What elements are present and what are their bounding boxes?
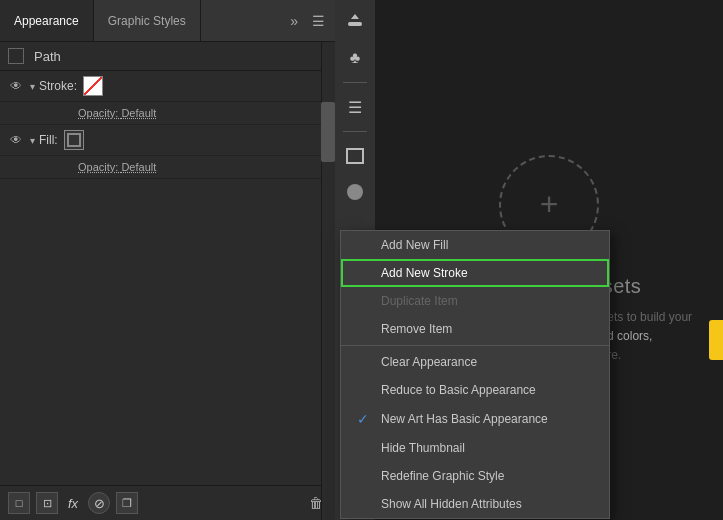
toolbar-divider-2 [343,131,367,132]
fill-opacity-row: Opacity: Default [0,156,335,179]
copy-item-button[interactable]: ❐ [116,492,138,514]
tab-bar: Appearance Graphic Styles » ☰ [0,0,335,42]
stroke-visibility-icon[interactable]: 👁 [8,79,24,93]
cm-checkmark-icon: ✓ [357,411,373,427]
cm-hide-thumbnail[interactable]: Hide Thumbnail [341,434,609,462]
menu-lines-icon[interactable]: ☰ [341,93,369,121]
left-panel: Appearance Graphic Styles » ☰ Path 👁 ▾ S… [0,0,335,520]
cm-duplicate-item[interactable]: Duplicate Item [341,287,609,315]
fill-color-swatch[interactable] [64,130,84,150]
context-menu: Add New Fill Add New Stroke Duplicate It… [340,230,610,519]
stroke-chevron-icon[interactable]: ▾ [30,81,35,92]
scroll-handle[interactable] [321,102,335,162]
cm-add-new-stroke[interactable]: Add New Stroke [341,259,609,287]
fill-item: 👁 ▾ Fill: [0,125,335,156]
cm-add-new-fill[interactable]: Add New Fill [341,231,609,259]
cm-new-art-basic[interactable]: ✓ New Art Has Basic Appearance [341,404,609,434]
tab-appearance[interactable]: Appearance [0,0,94,41]
panel-menu-expand-icon[interactable]: » [286,11,302,31]
fill-square-icon: □ [16,497,23,509]
scrollbar[interactable] [321,42,335,520]
clear-button[interactable]: ⊘ [88,492,110,514]
circle-tool-icon[interactable] [341,178,369,206]
yellow-handle[interactable] [709,320,723,360]
panel-menu-icon[interactable]: ☰ [308,11,329,31]
toolbar-divider-1 [343,82,367,83]
cm-remove-item[interactable]: Remove Item [341,315,609,343]
fill-opacity-label: Opacity: Default [78,161,156,173]
cm-show-hidden[interactable]: Show All Hidden Attributes [341,490,609,518]
stroke-item: 👁 ▾ Stroke: [0,71,335,102]
add-stroke-button[interactable]: ⊡ [36,492,58,514]
stroke-opacity-row: Opacity: Default [0,102,335,125]
path-row: Path [0,42,335,71]
bottom-toolbar: □ ⊡ fx ⊘ ❐ 🗑 [0,485,335,520]
cm-reduce-to-basic[interactable]: Reduce to Basic Appearance [341,376,609,404]
fill-chevron-icon[interactable]: ▾ [30,135,35,146]
cm-redefine-style[interactable]: Redefine Graphic Style [341,462,609,490]
cm-new-art-basic-label: New Art Has Basic Appearance [381,412,548,426]
cm-divider-1 [341,345,609,346]
fill-label: Fill: [39,133,58,147]
svg-point-1 [347,184,363,200]
fill-visibility-icon[interactable]: 👁 [8,133,24,147]
tab-graphic-styles[interactable]: Graphic Styles [94,0,201,41]
stroke-opacity-label: Opacity: Default [78,107,156,119]
svg-rect-0 [347,149,363,163]
add-fill-button[interactable]: □ [8,492,30,514]
fx-button[interactable]: fx [64,496,82,511]
rect-icon[interactable] [341,142,369,170]
clear-icon: ⊘ [94,496,105,511]
stroke-color-swatch[interactable] [83,76,103,96]
cm-hide-thumbnail-label: Hide Thumbnail [381,441,465,455]
path-label: Path [34,49,61,64]
copy-icon: ❐ [122,497,132,510]
tab-actions: » ☰ [286,11,335,31]
path-visibility-checkbox[interactable] [8,48,24,64]
cm-clear-appearance[interactable]: Clear Appearance [341,348,609,376]
stroke-label: Stroke: [39,79,77,93]
club-icon[interactable]: ♣ [341,44,369,72]
stroke-square-icon: ⊡ [43,497,52,510]
usb-icon[interactable] [341,8,369,36]
